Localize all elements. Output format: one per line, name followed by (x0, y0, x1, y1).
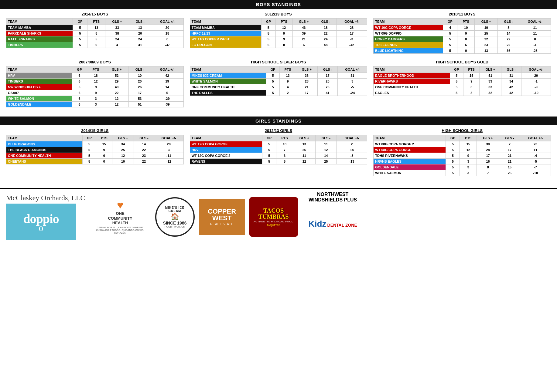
sponsor-mikes: MIKE'S ICE CREAM 🏠 SINCE 1986 HOOD RIVER… (155, 197, 195, 237)
stat-cell: 5 (262, 159, 276, 164)
col-gls-plus: GLS + (105, 66, 129, 73)
stat-cell: -13 (337, 159, 367, 164)
stat-cell: 7 (477, 170, 499, 176)
stat-cell: 42 (151, 73, 183, 79)
col-gls-plus: GLS + (105, 19, 129, 25)
col-goal: GOAL +/- (151, 66, 183, 73)
stat-cell: 29 (105, 79, 129, 84)
table-row: HRV618521042 (6, 73, 184, 79)
table-title-2010-11-boys: 2010/11 BOYS (373, 12, 551, 16)
standings-table: TEAM GP PTS GLS + GLS - GOAL +/- WT 10G … (373, 18, 551, 54)
stat-cell: 8 (477, 164, 499, 170)
stat-cell: 13 (87, 25, 105, 31)
stat-cell: 12 (316, 147, 337, 153)
stat-cell: 17 (477, 153, 499, 159)
stat-cell: 11 (520, 147, 551, 153)
team-cell: WT 10G COPA GORGE (374, 25, 443, 31)
stat-cell: 48 (315, 42, 337, 48)
stat-cell: 4 (443, 25, 457, 31)
stat-cell: 40 (105, 84, 129, 90)
stat-cell: 0 (151, 36, 183, 42)
table-row: WT 10G COPA GORGE41019811 (374, 25, 551, 31)
stat-cell: 42 (501, 90, 521, 96)
mcclaskey-text: McClaskey Orchards, LLC (6, 194, 85, 202)
team-cell: HRV (6, 73, 72, 79)
stat-cell: 24 (315, 36, 337, 42)
col-gls-plus: GLS + (296, 66, 317, 73)
table-row: BLUE LIGHTNING501336-23 (374, 48, 551, 54)
table-row: GOLDENDALE53815-7 (374, 164, 551, 170)
girls-standings-header: GIRLS STANDINGS (0, 117, 557, 125)
stat-cell: 5 (261, 31, 275, 36)
team-cell: BLUE DRAGONS (6, 141, 83, 147)
stat-cell: 25 (316, 159, 337, 164)
col-gls-plus: GLS + (475, 19, 498, 25)
stat-cell: 13 (280, 73, 296, 79)
table-row: HRFC 12/1359392217 (190, 31, 367, 36)
team-cell: WT 08G COPA GORGE (374, 147, 446, 153)
col-gp: GP (83, 135, 96, 141)
copper-west-logo: COPPERWEST REAL ESTATE (199, 199, 245, 235)
stat-cell: -7 (520, 164, 551, 170)
stat-cell: 20 (154, 141, 183, 147)
team-cell: ONE COMMUNITY HEALTH (374, 84, 450, 90)
stat-cell: -10 (521, 90, 551, 96)
stat-cell: 9 (87, 90, 105, 96)
table-row: MIKES ICE CREAM513381731 (190, 73, 367, 79)
doppio-main: doppio (23, 212, 59, 225)
stat-cell: -42 (336, 42, 367, 48)
col-team: TEAM (6, 135, 83, 141)
table-row: WHITE SALMON631253-29 (6, 96, 184, 102)
table-row: WT 11G COPPER WEST592124-3 (190, 36, 367, 42)
stat-cell: 5 (446, 141, 460, 147)
team-cell: THE DALLES (190, 90, 266, 96)
team-cell: WT 12G COPA GORGE 2 (190, 153, 262, 159)
col-gls-minus: GLS - (317, 66, 338, 73)
stat-cell: 5 (83, 141, 96, 147)
col-team: TEAM (374, 135, 446, 141)
col-team: TEAM (6, 66, 72, 73)
stat-cell: 33 (480, 84, 501, 90)
doppio-logo: doppio (6, 204, 76, 240)
kidz-sub-text: DENTAL ZONE (327, 223, 357, 228)
stat-cell: 5 (262, 141, 276, 147)
stat-cell: 28 (477, 147, 499, 153)
stat-cell: -23 (519, 48, 551, 54)
team-cell: WT 08G COPA GORGE 2 (374, 141, 446, 147)
table-row: WHITE SALMON53725-18 (374, 170, 551, 176)
sponsor-nww-kidz: NORTHWEST WINDSHIELDS PLUS Kidz DENTAL Z… (302, 192, 363, 242)
col-gls-plus: GLS + (293, 135, 316, 141)
tacos-logo: TACOSTUMBRAS AUTHENTIC MEXICAN FOOD TAQU… (249, 197, 298, 237)
team-cell: TEAM MAMBA (190, 25, 261, 31)
team-cell: RIVERHAWKS (374, 79, 450, 84)
stat-cell: 6 (72, 84, 87, 90)
stat-cell: 23 (520, 141, 551, 147)
team-cell: HRFC 12/13 (190, 31, 261, 36)
team-cell: RAVENS (190, 159, 262, 164)
stat-cell: 11 (519, 25, 551, 31)
stat-cell: 9 (280, 79, 296, 84)
table-row: TDHS RIVERHAWKS591721-4 (374, 153, 551, 159)
och-name: ONECOMMUNITYHEALTH (108, 211, 132, 225)
stat-cell: 18 (315, 25, 337, 31)
stat-cell: 34 (112, 141, 134, 147)
standings-table: TEAM GP PTS GLS + GLS - GOAL +/- WT 12G … (190, 135, 367, 164)
stat-cell: 5 (73, 31, 87, 36)
col-gls-plus: GLS + (480, 66, 501, 73)
stat-cell: 9 (275, 36, 292, 42)
table-row: EAGLES533242-10 (374, 90, 551, 96)
col-team: TEAM (6, 19, 73, 25)
stat-cell: 34 (501, 79, 521, 84)
stat-cell: 5 (446, 164, 460, 170)
table-hs-girls: HIGH SCHOOL GIRLS TEAM GP PTS GLS + GLS … (373, 128, 551, 176)
table-hs-silver-boys: HIGH SCHOOL SILVER BOYS TEAM GP PTS GLS … (190, 60, 367, 107)
stat-cell: 5 (443, 48, 457, 54)
stat-cell: 10 (112, 159, 134, 164)
col-gls-plus: GLS + (112, 135, 134, 141)
stat-cell: 9 (460, 153, 477, 159)
stat-cell: -5 (338, 84, 367, 90)
col-gp: GP (450, 66, 463, 73)
table-row: WHITE SALMON5923203 (190, 79, 367, 84)
mikes-since: SINCE 1986 (163, 221, 187, 225)
team-cell: FC OREGON (190, 42, 261, 48)
